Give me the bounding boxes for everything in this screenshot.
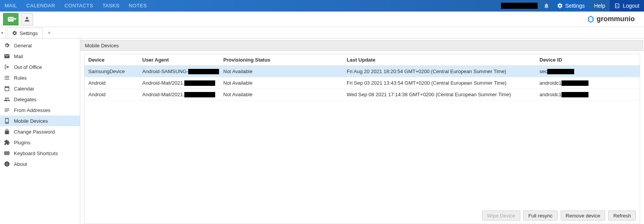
keyboard-icon	[4, 150, 10, 156]
top-nav-right: Settings Help Logout	[501, 0, 644, 12]
brand-logo: grommunio	[587, 15, 641, 23]
delegates-icon	[4, 96, 10, 102]
logout-label: Logout	[623, 3, 639, 9]
sidebar-item-label: Plugins	[14, 140, 30, 145]
settings-label: Settings	[565, 3, 585, 9]
main-panel: Mobile Devices Device User Agent Provisi…	[80, 38, 644, 224]
remove-device-button[interactable]: Remove device	[561, 211, 605, 221]
col-device[interactable]: Device	[88, 57, 142, 63]
puzzle-icon	[4, 139, 10, 145]
tab-settings-label: Settings	[20, 30, 38, 36]
col-user-agent[interactable]: User Agent	[142, 57, 223, 63]
full-resync-button[interactable]: Full resync	[523, 211, 558, 221]
sidebar-item-label: Mail	[14, 53, 23, 59]
nav-notes[interactable]: NOTES	[124, 0, 152, 12]
grid-header: Device User Agent Provisioning Status La…	[84, 54, 640, 66]
wipe-device-button[interactable]: Wipe Device	[482, 211, 520, 221]
gear-icon	[12, 30, 17, 36]
cell-user-agent: Android-SAMSUNG-	[142, 69, 223, 75]
help-label: Help	[594, 3, 605, 9]
sidebar-item-label: Delegates	[14, 97, 37, 102]
cell-device-id: sec	[539, 69, 636, 75]
sidebar-item-mail[interactable]: Mail	[0, 51, 80, 62]
lock-icon	[4, 129, 10, 135]
cell-device-id: androidc1	[539, 80, 636, 86]
sidebar-item-label: Out of Office	[14, 64, 42, 70]
calendar-icon	[4, 85, 10, 92]
top-nav-left: MAIL CALENDAR CONTACTS TASKS NOTES	[0, 0, 152, 12]
sidebar-item-label: Mobile Devices	[14, 118, 48, 124]
refresh-button[interactable]: Refresh	[608, 211, 636, 221]
sidebar-item-label: Keyboard Shortcuts	[14, 150, 58, 156]
nav-tasks[interactable]: TASKS	[98, 0, 124, 12]
sidebar-item-keyboard-shortcuts[interactable]: Keyboard Shortcuts	[0, 148, 80, 159]
cell-provisioning: Not Available	[223, 92, 347, 97]
cell-provisioning: Not Available	[223, 80, 347, 86]
mobile-icon	[4, 118, 10, 124]
sidebar-item-label: Calendar	[14, 86, 34, 92]
gear-icon	[4, 42, 10, 48]
sidebar-item-mobile-devices[interactable]: Mobile Devices	[0, 115, 80, 126]
col-last-update[interactable]: Last Update	[347, 57, 539, 63]
logout-button[interactable]: Logout	[610, 0, 644, 12]
sidebar-item-rules[interactable]: Rules	[0, 72, 80, 83]
info-icon	[4, 161, 10, 167]
col-provisioning[interactable]: Provisioning Status	[223, 57, 347, 63]
exit-icon	[4, 64, 10, 70]
cell-device: Android	[88, 80, 142, 86]
compose-button[interactable]	[3, 13, 19, 25]
panel-header: Mobile Devices	[80, 40, 643, 51]
col-device-id[interactable]: Device ID	[539, 57, 636, 63]
cell-device-id: androidc1	[539, 92, 636, 98]
top-nav: MAIL CALENDAR CONTACTS TASKS NOTES Setti…	[0, 0, 644, 12]
device-table: Device User Agent Provisioning Status La…	[84, 54, 640, 224]
cell-device: Android	[88, 92, 142, 97]
sidebar-item-out-of-office[interactable]: Out of Office	[0, 62, 80, 72]
table-row[interactable]: SamsungDeviceAndroid-SAMSUNG-Not Availab…	[84, 66, 640, 77]
bell-icon[interactable]	[541, 0, 552, 12]
sidebar-item-label: From Addresses	[14, 107, 51, 113]
nav-calendar[interactable]: CALENDAR	[22, 0, 60, 12]
add-tab[interactable]: ＋	[43, 27, 56, 38]
table-row[interactable]: AndroidAndroid-Mail/2021.Not AvailableFr…	[84, 77, 640, 89]
settings-button[interactable]: Settings	[552, 0, 590, 12]
cell-last-update: Fri Sep 03 2021 13:43:54 GMT+0200 (Centr…	[347, 80, 539, 86]
toolbar: grommunio	[0, 12, 644, 27]
rules-icon	[4, 75, 10, 81]
grid-body: SamsungDeviceAndroid-SAMSUNG-Not Availab…	[84, 66, 640, 100]
sidebar-item-change-password[interactable]: Change Password	[0, 126, 80, 137]
collapse-handle[interactable]: ▸	[0, 27, 5, 38]
cell-last-update: Wed Sep 08 2021 17:14:38 GMT+0200 (Centr…	[347, 92, 539, 97]
table-row[interactable]: AndroidAndroid-Mail/2021.Not AvailableWe…	[84, 89, 640, 100]
sidebar-item-delegates[interactable]: Delegates	[0, 94, 80, 105]
contact-button[interactable]	[21, 13, 33, 25]
sidebar-item-label: About	[14, 161, 27, 167]
cell-last-update: Fri Aug 20 2021 18:20:54 GMT+0200 (Centr…	[347, 69, 539, 74]
sidebar-item-label: Rules	[14, 75, 27, 81]
sidebar-item-label: Change Password	[14, 129, 55, 135]
sidebar-item-general[interactable]: General	[0, 40, 80, 51]
tab-settings[interactable]: Settings	[7, 28, 43, 38]
cell-user-agent: Android-Mail/2021.	[142, 92, 223, 98]
help-button[interactable]: Help	[589, 0, 610, 12]
user-name-redacted[interactable]	[501, 3, 538, 9]
content: GeneralMailOut of OfficeRulesCalendarDel…	[0, 38, 644, 224]
sidebar-item-label: General	[14, 43, 32, 48]
brand-text: grommunio	[597, 15, 635, 23]
nav-contacts[interactable]: CONTACTS	[60, 0, 98, 12]
settings-sidebar: GeneralMailOut of OfficeRulesCalendarDel…	[0, 38, 80, 224]
from-icon	[4, 107, 10, 113]
sidebar-item-calendar[interactable]: Calendar	[0, 83, 80, 94]
sidebar-item-from-addresses[interactable]: From Addresses	[0, 105, 80, 115]
tab-bar: ▸ Settings ＋	[0, 27, 644, 38]
cell-user-agent: Android-Mail/2021.	[142, 80, 223, 86]
mail-icon	[4, 53, 10, 59]
cell-device: SamsungDevice	[88, 69, 142, 74]
sidebar-item-plugins[interactable]: Plugins	[0, 137, 80, 148]
cell-provisioning: Not Available	[223, 69, 347, 74]
sidebar-item-about[interactable]: About	[0, 159, 80, 169]
nav-mail[interactable]: MAIL	[0, 0, 22, 12]
button-bar: Wipe Device Full resync Remove device Re…	[84, 207, 640, 224]
